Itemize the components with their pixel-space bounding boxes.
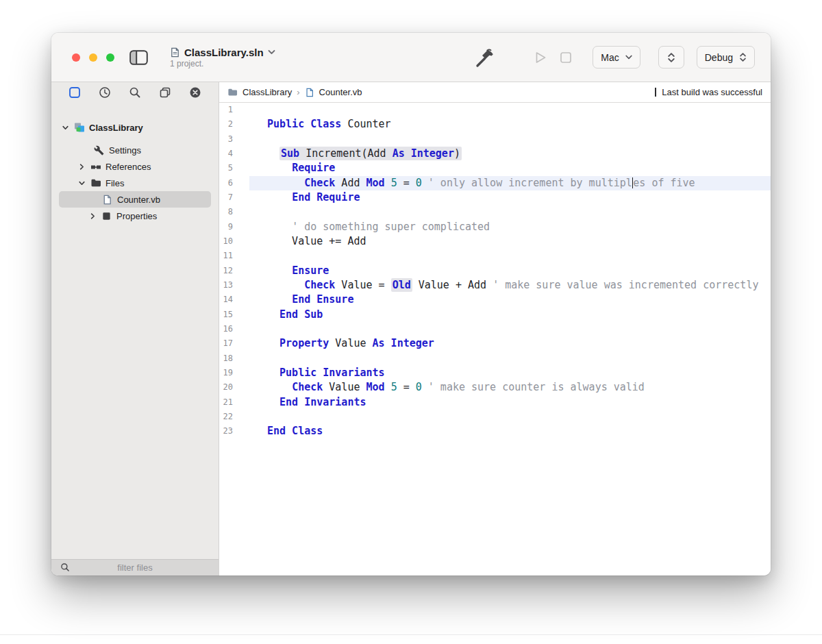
tree-item-counter-vb[interactable]: Counter.vb (59, 191, 211, 208)
code-token[interactable]: ' make sure counter is always valid (428, 381, 645, 393)
zoom-window-button[interactable] (106, 53, 114, 62)
code-token[interactable] (267, 162, 292, 174)
code-token[interactable]: Old (393, 279, 411, 291)
code-token[interactable]: es of five (633, 177, 695, 189)
line-number[interactable]: 10 (219, 234, 249, 249)
filter-files-input[interactable] (51, 560, 219, 575)
code-token[interactable]: Check (292, 381, 323, 393)
code-line[interactable]: 14 End Ensure (219, 293, 771, 307)
line-number[interactable]: 2 (219, 117, 249, 132)
device-selector[interactable]: Mac (593, 46, 640, 69)
breadcrumb-file[interactable]: Counter.vb (319, 87, 362, 97)
minimize-window-button[interactable] (89, 53, 97, 62)
code-token[interactable]: 5 (391, 381, 397, 393)
line-number[interactable]: 8 (219, 205, 249, 219)
line-number[interactable]: 6 (219, 176, 249, 190)
code-text[interactable]: End Sub (249, 308, 771, 322)
line-number[interactable]: 9 (219, 220, 249, 234)
close-window-button[interactable] (72, 53, 80, 62)
code-line[interactable]: 21 End Invariants (219, 395, 771, 410)
code-token[interactable] (267, 396, 279, 408)
line-number[interactable]: 14 (219, 293, 249, 307)
chevron-down-icon[interactable] (62, 125, 68, 131)
code-token[interactable]: = (397, 177, 416, 189)
code-text[interactable] (249, 322, 771, 336)
line-number[interactable]: 18 (219, 351, 249, 366)
window-title-block[interactable]: ClassLibrary.sln 1 project. (170, 47, 275, 69)
stop-button[interactable] (558, 50, 573, 65)
line-number[interactable]: 3 (219, 132, 249, 147)
chevron-right-icon[interactable] (90, 213, 96, 219)
code-text[interactable] (249, 103, 771, 117)
highlighted-symbol[interactable]: Old (391, 278, 412, 292)
code-editor[interactable]: 12Public Class Counter34 Sub Increment(A… (219, 103, 771, 575)
chevron-down-icon[interactable] (268, 49, 275, 55)
code-token[interactable] (267, 177, 304, 189)
code-line[interactable]: 23End Class (219, 424, 771, 438)
sidebar-toggle-button[interactable] (128, 49, 149, 66)
errors-pad-button[interactable] (188, 86, 202, 99)
build-button[interactable] (471, 46, 498, 69)
code-token[interactable]: Add (335, 177, 366, 189)
line-number[interactable]: 19 (219, 366, 249, 380)
code-token[interactable]: End Invariants (279, 396, 366, 408)
tree-item-properties[interactable]: Properties (51, 208, 219, 224)
target-stepper[interactable] (658, 46, 684, 69)
code-text[interactable]: End Class (249, 424, 771, 438)
line-number[interactable]: 16 (219, 322, 249, 336)
code-text[interactable]: Public Class Counter (249, 117, 771, 132)
code-text[interactable]: Check Value = Old Value + Add ' make sur… (249, 278, 771, 293)
line-number[interactable]: 13 (219, 278, 249, 293)
tree-item-classlibrary[interactable]: ClassLibrary (51, 119, 219, 136)
code-text[interactable]: End Ensure (249, 293, 771, 307)
code-token[interactable] (267, 381, 292, 393)
line-number[interactable]: 22 (219, 410, 249, 424)
code-line[interactable]: 16 (219, 322, 771, 336)
code-token[interactable]: Increment(Add (299, 147, 392, 160)
code-text[interactable]: Check Value Mod 5 = 0 ' make sure counte… (249, 380, 771, 395)
code-token[interactable]: As Integer (373, 337, 434, 349)
code-token[interactable]: ) (454, 147, 460, 160)
code-token[interactable]: = (397, 381, 416, 393)
line-number[interactable]: 15 (219, 308, 249, 322)
tree-item-files[interactable]: Files (51, 175, 219, 191)
code-token[interactable]: Property (279, 337, 329, 349)
code-token[interactable]: 5 (391, 177, 397, 189)
line-number[interactable]: 1 (219, 103, 249, 117)
code-line[interactable]: 1 (219, 103, 771, 117)
line-number[interactable]: 21 (219, 395, 249, 410)
line-number[interactable]: 20 (219, 380, 249, 395)
code-text[interactable] (249, 132, 771, 147)
code-token[interactable]: Check (304, 177, 335, 189)
code-token[interactable] (267, 279, 304, 291)
code-text[interactable]: Ensure (249, 264, 771, 278)
code-line[interactable]: 22 (219, 410, 771, 424)
code-token[interactable]: ' do something super complicated (292, 221, 490, 233)
code-token[interactable]: Sub (281, 147, 299, 160)
code-token[interactable]: 0 (416, 177, 422, 189)
code-line[interactable]: 20 Check Value Mod 5 = 0 ' make sure cou… (219, 380, 771, 395)
run-button[interactable] (532, 49, 549, 66)
chevron-right-icon[interactable] (79, 164, 85, 170)
code-line[interactable]: 12 Ensure (219, 264, 771, 278)
code-token[interactable]: Mod (366, 177, 385, 189)
code-token[interactable]: Value (323, 381, 366, 393)
code-token[interactable] (267, 293, 292, 306)
code-token[interactable] (422, 177, 428, 189)
code-line[interactable]: 11 (219, 249, 771, 263)
code-text[interactable] (249, 249, 771, 263)
code-text[interactable]: Require (249, 161, 771, 175)
code-token[interactable]: Mod (366, 381, 385, 393)
history-pad-button[interactable] (98, 86, 112, 99)
code-line[interactable]: 6 Check Add Mod 5 = 0 ' only allow incre… (219, 176, 771, 190)
line-number[interactable]: 7 (219, 190, 249, 205)
code-text[interactable]: ' do something super complicated (249, 220, 771, 234)
code-line[interactable]: 17 Property Value As Integer (219, 336, 771, 351)
code-token[interactable]: End Class (267, 425, 323, 437)
code-line[interactable]: 19 Public Invariants (219, 366, 771, 380)
code-token[interactable]: Value += Add (267, 235, 366, 247)
code-token[interactable] (385, 177, 391, 189)
code-line[interactable]: 13 Check Value = Old Value + Add ' make … (219, 278, 771, 293)
code-line[interactable]: 18 (219, 351, 771, 366)
line-number[interactable]: 23 (219, 424, 249, 438)
